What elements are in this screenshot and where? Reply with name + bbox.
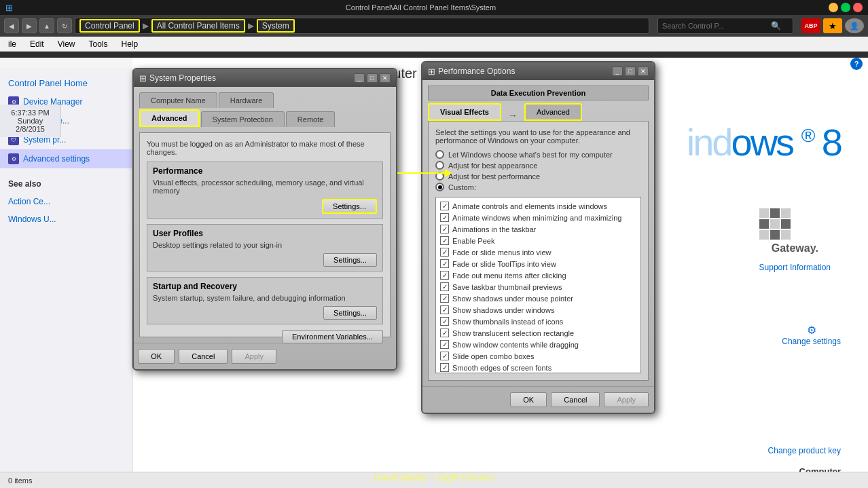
checkbox-box-0[interactable]: [440, 202, 449, 210]
po-maximize-btn[interactable]: □: [625, 67, 636, 76]
checkbox-item-13[interactable]: Slide open combo boxes: [439, 350, 638, 362]
checkbox-box-14[interactable]: [440, 363, 449, 372]
startup-recovery-settings-button[interactable]: Settings...: [323, 306, 377, 320]
sp-ok-button[interactable]: OK: [138, 349, 175, 364]
radio-best-appearance[interactable]: Adjust for best appearance: [435, 161, 641, 170]
checkbox-item-11[interactable]: Show translucent selection rectangle: [439, 327, 638, 339]
sp-maximize-btn[interactable]: □: [367, 73, 378, 83]
sidebar-home[interactable]: Control Panel Home: [0, 74, 132, 92]
date-display: 2/8/2015: [5, 125, 55, 133]
checkbox-box-8[interactable]: [440, 294, 449, 303]
checkbox-box-6[interactable]: [440, 271, 449, 280]
user-profiles-settings-button[interactable]: Settings...: [323, 253, 377, 267]
checkbox-box-13[interactable]: [440, 352, 449, 360]
amazon-button[interactable]: ★: [823, 18, 842, 33]
tab-system-protection[interactable]: System Protection: [201, 111, 285, 127]
po-cancel-button[interactable]: Cancel: [551, 392, 600, 407]
sidebar-action-center[interactable]: Action Ce...: [0, 193, 132, 210]
sp-cancel-button[interactable]: Cancel: [179, 349, 228, 364]
radio-custom[interactable]: Custom:: [435, 183, 641, 191]
checkbox-box-5[interactable]: [440, 259, 449, 268]
perf-options-controls[interactable]: _ □ ✕: [612, 67, 649, 76]
change-product-key-section: Change product key: [768, 446, 841, 455]
search-icon[interactable]: 🔍: [771, 21, 781, 31]
performance-options-dialog[interactable]: ⊞ Performance Options _ □ ✕ Data Executi…: [421, 61, 655, 414]
menu-tools[interactable]: Tools: [86, 38, 111, 50]
perf-tab-advanced[interactable]: Advanced: [524, 103, 582, 121]
breadcrumb-control-panel[interactable]: Control Panel: [79, 19, 140, 33]
radio-let-windows[interactable]: Let Windows choose what's best for my co…: [435, 150, 641, 159]
checkbox-item-3[interactable]: Enable Peek: [439, 235, 638, 246]
minimize-button[interactable]: [829, 3, 838, 12]
checkbox-box-10[interactable]: [440, 317, 449, 326]
environment-variables-button[interactable]: Environment Variables...: [282, 330, 383, 343]
radio-best-performance[interactable]: Adjust for best performance: [435, 172, 641, 181]
menu-file[interactable]: ile: [5, 38, 19, 50]
menu-edit[interactable]: Edit: [27, 38, 47, 50]
close-button[interactable]: [853, 3, 863, 12]
breadcrumb-all-items[interactable]: All Control Panel Items: [151, 19, 245, 33]
po-close-btn[interactable]: ✕: [638, 67, 649, 76]
radio-dot-2: [435, 172, 444, 181]
help-button[interactable]: ?: [850, 58, 863, 70]
po-minimize-btn[interactable]: _: [612, 67, 623, 76]
checkbox-box-3[interactable]: [440, 236, 449, 245]
sp-minimize-btn[interactable]: _: [354, 73, 365, 83]
checkbox-box-1[interactable]: [440, 213, 449, 222]
tab-advanced[interactable]: Advanced: [139, 109, 200, 127]
visual-effects-list[interactable]: Animate controls and elements inside win…: [435, 197, 641, 373]
search-box[interactable]: 🔍: [657, 18, 793, 34]
checkbox-box-7[interactable]: [440, 282, 449, 291]
checkbox-item-1[interactable]: Animate windows when minimizing and maxi…: [439, 212, 638, 223]
po-ok-button[interactable]: OK: [510, 392, 547, 407]
refresh-button[interactable]: ↻: [57, 18, 72, 33]
perf-tab-visual-effects[interactable]: Visual Effects: [428, 103, 501, 121]
performance-text: Visual effects, processor scheduling, me…: [153, 179, 377, 195]
change-settings-link[interactable]: ⚙ Change settings: [782, 324, 841, 346]
breadcrumb-system[interactable]: System: [257, 19, 295, 33]
sp-close-btn[interactable]: ✕: [380, 73, 391, 83]
system-properties-dialog[interactable]: ⊞ System Properties _ □ ✕ Computer Name …: [132, 68, 397, 371]
dep-bar: Data Execution Prevention: [428, 86, 649, 100]
checkbox-item-7[interactable]: Save taskbar thumbnail previews: [439, 281, 638, 293]
checkbox-item-5[interactable]: Fade or slide ToolTips into view: [439, 258, 638, 269]
search-input[interactable]: [662, 22, 771, 30]
menu-help[interactable]: Help: [119, 38, 141, 50]
performance-settings-button[interactable]: Settings...: [322, 199, 377, 214]
tab-remote[interactable]: Remote: [286, 111, 336, 127]
checkbox-item-12[interactable]: Show window contents while dragging: [439, 339, 638, 350]
checkbox-item-14[interactable]: Smooth edges of screen fonts: [439, 362, 638, 373]
support-info-link[interactable]: Support Information: [759, 263, 831, 272]
forward-button[interactable]: ▶: [22, 18, 37, 33]
tab-computer-name[interactable]: Computer Name: [139, 92, 217, 108]
po-apply-button[interactable]: Apply: [604, 392, 649, 407]
checkbox-box-2[interactable]: [440, 225, 449, 233]
back-button[interactable]: ◀: [4, 18, 19, 33]
tab-hardware[interactable]: Hardware: [219, 92, 274, 108]
time-display: 6:37:33 PM: [5, 109, 55, 117]
sidebar-item-advanced[interactable]: ⚙ Advanced settings: [0, 149, 132, 168]
checkbox-item-8[interactable]: Show shadows under mouse pointer: [439, 293, 638, 304]
abp-button[interactable]: ABP: [801, 18, 820, 33]
up-button[interactable]: ▲: [39, 18, 54, 33]
address-bar: Control Panel ▶ All Control Panel Items …: [75, 18, 649, 34]
checkbox-box-12[interactable]: [440, 340, 449, 349]
checkbox-box-11[interactable]: [440, 329, 449, 337]
system-properties-controls[interactable]: _ □ ✕: [354, 73, 391, 83]
window-controls[interactable]: [829, 3, 863, 12]
sidebar-windows-update[interactable]: Windows U...: [0, 210, 132, 228]
checkbox-item-4[interactable]: Fade or slide menus into view: [439, 246, 638, 258]
checkbox-item-2[interactable]: Animations in the taskbar: [439, 223, 638, 235]
maximize-button[interactable]: [841, 3, 850, 12]
change-product-key-link[interactable]: Change product key: [768, 446, 841, 455]
checkbox-item-0[interactable]: Animate controls and elements inside win…: [439, 200, 638, 212]
sp-apply-button[interactable]: Apply: [232, 349, 276, 364]
checkbox-box-9[interactable]: [440, 305, 449, 314]
checkbox-item-6[interactable]: Fade out menu items after clicking: [439, 269, 638, 281]
checkbox-item-10[interactable]: Show thumbnails instead of icons: [439, 316, 638, 327]
menu-view[interactable]: View: [55, 38, 78, 50]
checkbox-item-9[interactable]: Show shadows under windows: [439, 304, 638, 316]
checkbox-box-4[interactable]: [440, 248, 449, 257]
navigation-bar: ◀ ▶ ▲ ↻ Control Panel ▶ All Control Pane…: [0, 15, 868, 37]
gateway-section: Gateway. Support Information: [759, 208, 831, 272]
